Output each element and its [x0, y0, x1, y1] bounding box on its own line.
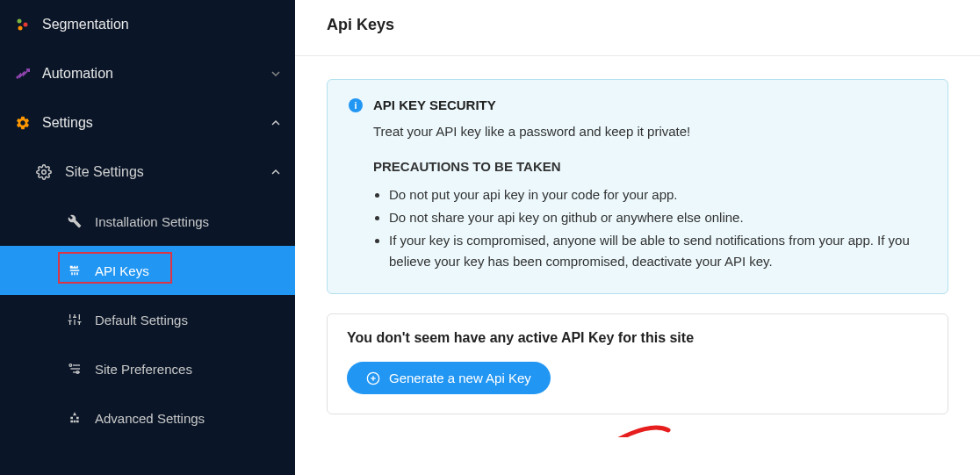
- sidebar-item-segmentation[interactable]: Segmentation: [0, 0, 295, 49]
- nav-label: Segmentation: [42, 17, 281, 32]
- nav-label: Automation: [42, 66, 270, 82]
- svg-point-18: [69, 364, 72, 367]
- sidebar-item-site-settings[interactable]: Site Settings: [0, 148, 295, 197]
- nav-label: Site Preferences: [95, 362, 192, 377]
- info-list-item: If your key is compromised, anyone will …: [389, 230, 926, 272]
- nav-label: API Keys: [95, 263, 149, 278]
- sliders-icon: [67, 312, 83, 327]
- svg-point-4: [27, 69, 30, 72]
- svg-point-5: [42, 170, 47, 175]
- segmentation-icon: [14, 16, 32, 33]
- svg-point-1: [24, 23, 28, 27]
- sidebar-item-api-keys[interactable]: API Keys: [0, 246, 295, 295]
- gear-icon: [35, 163, 53, 181]
- page-header: Api Keys: [295, 0, 980, 56]
- content-area: i API KEY SECURITY Treat your API key li…: [295, 56, 980, 437]
- nav-label: Advanced Settings: [95, 411, 205, 426]
- gear-icon: [14, 114, 32, 132]
- info-icon: i: [349, 98, 363, 112]
- sidebar: Segmentation Automation Settings Site Se…: [0, 0, 295, 475]
- api-keys-icon: [67, 263, 83, 278]
- chevron-up-icon: [270, 118, 281, 128]
- nav-label: Default Settings: [95, 313, 188, 327]
- info-subtitle: PRECAUTIONS TO BE TAKEN: [373, 156, 926, 177]
- generate-api-key-button[interactable]: Generate a new Api Key: [347, 362, 551, 394]
- preferences-icon: [67, 361, 83, 377]
- sidebar-item-default-settings[interactable]: Default Settings: [0, 295, 295, 344]
- button-label: Generate a new Api Key: [389, 371, 531, 385]
- nav-label: Site Settings: [65, 164, 270, 180]
- info-list-item: Do not put your api key in your code for…: [389, 184, 926, 205]
- svg-point-3: [17, 76, 19, 79]
- automation-icon: [14, 65, 32, 83]
- nav-label: Settings: [42, 115, 270, 131]
- tools-icon: [67, 213, 83, 229]
- plus-circle-icon: [366, 371, 380, 385]
- sidebar-item-site-preferences[interactable]: Site Preferences: [0, 344, 295, 393]
- chevron-down-icon: [270, 68, 281, 79]
- no-key-message: You don't seem have any active API Key f…: [347, 330, 928, 346]
- info-list: Do not put your api key in your code for…: [373, 184, 926, 272]
- advanced-icon: [67, 410, 83, 426]
- info-list-item: Do not share your api key on github or a…: [389, 207, 926, 228]
- nav-label: Installation Settings: [95, 214, 209, 229]
- main-content: Api Keys i API KEY SECURITY Treat your A…: [295, 0, 980, 475]
- info-title: API KEY SECURITY: [373, 97, 496, 112]
- info-desc: Treat your API key like a password and k…: [373, 121, 926, 142]
- page-title: Api Keys: [327, 16, 948, 34]
- svg-point-0: [18, 19, 22, 24]
- sidebar-item-advanced-settings[interactable]: Advanced Settings: [0, 393, 295, 443]
- chevron-up-icon: [270, 167, 281, 177]
- api-key-card: You don't seem have any active API Key f…: [327, 313, 948, 414]
- sidebar-item-installation-settings[interactable]: Installation Settings: [0, 197, 295, 246]
- sidebar-item-settings[interactable]: Settings: [0, 98, 295, 148]
- sidebar-item-automation[interactable]: Automation: [0, 49, 295, 98]
- svg-point-2: [18, 26, 23, 31]
- info-box-security: i API KEY SECURITY Treat your API key li…: [327, 79, 948, 294]
- arrow-annotation: [550, 414, 681, 437]
